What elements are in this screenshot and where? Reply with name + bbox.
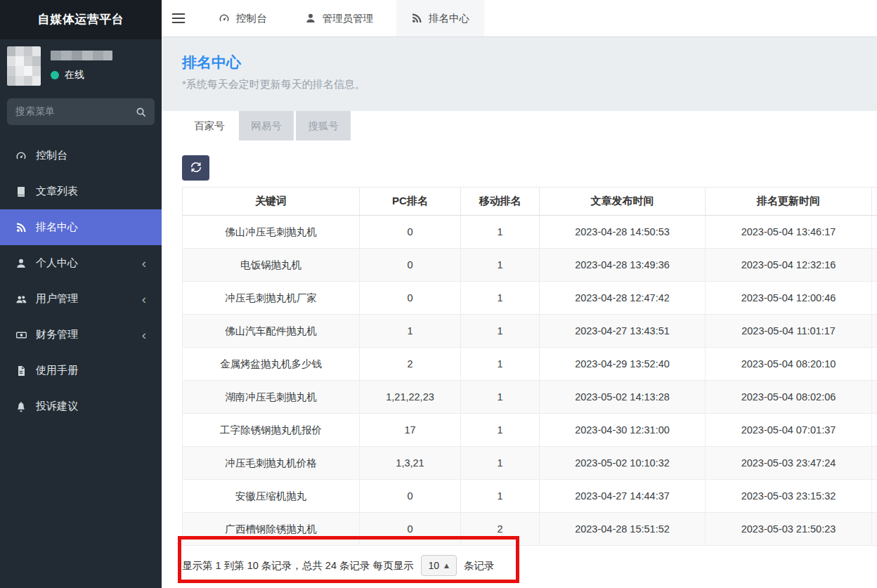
- refresh-button[interactable]: [182, 155, 209, 181]
- page-title: 排名中心: [182, 53, 877, 72]
- user-icon: [305, 13, 316, 24]
- column-header-update-time: 排名更新时间: [706, 188, 872, 216]
- sidebar-menu-item[interactable]: 用户管理 ‹: [0, 281, 162, 317]
- cell-pc-rank: 0: [360, 282, 461, 315]
- cell-mobile-rank: 1: [461, 480, 540, 513]
- cell-clipped: [872, 447, 877, 480]
- column-header-clipped: [872, 188, 877, 216]
- search-icon[interactable]: [136, 107, 146, 117]
- book-icon: [15, 186, 28, 197]
- platform-tab-label: 网易号: [251, 120, 282, 131]
- cell-pc-rank: 1,21,22,23: [360, 381, 461, 414]
- sidebar-search-input[interactable]: 搜索菜单: [7, 98, 155, 125]
- chevron-left-icon: ‹: [142, 292, 146, 306]
- cell-keyword: 冲压毛刺抛丸机价格: [183, 447, 360, 480]
- user-panel: 在线: [0, 39, 162, 90]
- cell-clipped: [872, 315, 877, 348]
- sidebar-menu-item[interactable]: 控制台 ‹: [0, 138, 162, 174]
- topnav-tab-admin-management[interactable]: 管理员管理: [290, 0, 389, 37]
- cell-pc-rank: 0: [360, 216, 461, 249]
- column-header-keyword: 关键词: [183, 188, 360, 216]
- pagination-summary-suffix: 条记录: [464, 559, 495, 573]
- card-body: 关键词 PC排名 移动排名 文章发布时间 排名更新时间 佛山冲压毛刺抛丸机: [162, 155, 877, 576]
- avatar-blurred-mosaic: [7, 46, 41, 86]
- sidebar-menu-item[interactable]: 财务管理 ‹: [0, 317, 162, 353]
- cell-clipped: [872, 348, 877, 381]
- cell-mobile-rank: 1: [461, 414, 540, 447]
- tab-card: 百家号 网易号 搜狐号 关键词: [162, 111, 877, 588]
- cell-update-time: 2023-05-04 08:02:06: [706, 381, 872, 414]
- online-status-icon: [51, 71, 59, 79]
- users-icon: [15, 294, 28, 305]
- cell-keyword: 湖南冲压毛刺抛丸机: [183, 381, 360, 414]
- table-row: 冲压毛刺抛丸机价格 1,3,21 1 2023-05-02 10:10:32 2…: [183, 447, 877, 480]
- cell-mobile-rank: 1: [461, 282, 540, 315]
- gauge-icon: [15, 150, 28, 162]
- cell-publish-time: 2023-04-28 12:47:42: [540, 282, 706, 315]
- table-row: 佛山汽车配件抛丸机 1 1 2023-04-27 13:43:51 2023-0…: [183, 315, 877, 348]
- cell-keyword: 安徽压缩机抛丸: [183, 480, 360, 513]
- sidebar-menu-item[interactable]: 文章列表 ‹: [0, 174, 162, 209]
- platform-tab[interactable]: 搜狐号: [296, 111, 351, 141]
- sidebar-menu-item-label: 排名中心: [36, 221, 78, 234]
- cell-mobile-rank: 2: [461, 513, 540, 546]
- refresh-icon: [190, 162, 202, 175]
- column-header-publish-time: 文章发布时间: [540, 188, 706, 216]
- cell-update-time: 2023-05-03 23:47:24: [706, 447, 872, 480]
- cell-pc-rank: 0: [360, 513, 461, 546]
- cell-publish-time: 2023-04-28 13:49:36: [540, 249, 706, 282]
- sidebar-menu-item-label: 投诉建议: [36, 400, 78, 413]
- table-row: 冲压毛刺抛丸机厂家 0 1 2023-04-28 12:47:42 2023-0…: [183, 282, 877, 315]
- sidebar-menu-item-label: 使用手册: [36, 364, 78, 377]
- platform-tab[interactable]: 网易号: [239, 111, 294, 141]
- platform-tab-label: 搜狐号: [308, 120, 339, 131]
- cell-pc-rank: 1: [360, 315, 461, 348]
- username-blurred: [51, 51, 112, 60]
- cell-clipped: [872, 282, 877, 315]
- cell-pc-rank: 2: [360, 348, 461, 381]
- cell-keyword: 金属烤盆抛丸机多少钱: [183, 348, 360, 381]
- sidebar-menu-item[interactable]: 使用手册 ‹: [0, 353, 162, 388]
- table-row: 安徽压缩机抛丸 0 1 2023-04-27 14:44:37 2023-05-…: [183, 480, 877, 513]
- cell-update-time: 2023-05-03 21:50:23: [706, 513, 872, 546]
- table-row: 金属烤盆抛丸机多少钱 2 1 2023-04-29 13:52:40 2023-…: [183, 348, 877, 381]
- sidebar-menu-item-label: 用户管理: [36, 292, 78, 306]
- sidebar-search-placeholder: 搜索菜单: [15, 105, 136, 118]
- sidebar-menu: 控制台 ‹ 文章列表 ‹ 排名中心 ‹ 个人中心 ‹: [0, 138, 162, 424]
- cell-mobile-rank: 1: [461, 348, 540, 381]
- cell-keyword: 冲压毛刺抛丸机厂家: [183, 282, 360, 315]
- cell-clipped: [872, 381, 877, 414]
- bell-icon: [15, 401, 28, 412]
- caret-up-icon: ▲: [444, 563, 449, 569]
- cell-publish-time: 2023-04-27 13:43:51: [540, 315, 706, 348]
- cell-update-time: 2023-05-04 11:01:17: [706, 315, 872, 348]
- gauge-icon: [219, 13, 230, 24]
- sidebar-menu-item-label: 财务管理: [36, 328, 78, 341]
- sidebar: 自媒体运营平台: [0, 0, 162, 588]
- table-row: 电饭锅抛丸机 0 1 2023-04-28 13:49:36 2023-05-0…: [183, 249, 877, 282]
- platform-tab[interactable]: 百家号: [182, 111, 237, 141]
- sidebar-menu-item[interactable]: 个人中心 ‹: [0, 245, 162, 281]
- cell-clipped: [872, 513, 877, 546]
- table-header-row: 关键词 PC排名 移动排名 文章发布时间 排名更新时间: [183, 188, 877, 216]
- topnav-tab-dashboard[interactable]: 控制台: [204, 0, 282, 37]
- platform-tab-label: 百家号: [194, 120, 225, 131]
- cell-pc-rank: 0: [360, 480, 461, 513]
- cell-mobile-rank: 1: [461, 216, 540, 249]
- page-size-dropdown[interactable]: 10 ▲: [421, 555, 457, 576]
- cell-publish-time: 2023-04-29 13:52:40: [540, 348, 706, 381]
- column-header-pc-rank: PC排名: [360, 188, 461, 216]
- hamburger-menu-icon[interactable]: [162, 0, 195, 37]
- page-header: 排名中心 *系统每天会定时更新每天的排名信息。: [162, 37, 877, 111]
- sidebar-menu-item-label: 个人中心: [36, 256, 78, 270]
- cell-publish-time: 2023-04-28 15:51:52: [540, 513, 706, 546]
- rss-icon: [15, 222, 28, 233]
- table-row: 湖南冲压毛刺抛丸机 1,21,22,23 1 2023-05-02 14:13:…: [183, 381, 877, 414]
- cell-update-time: 2023-05-04 08:20:10: [706, 348, 872, 381]
- top-navbar: 控制台 管理员管理 排名中心: [162, 0, 877, 37]
- chevron-left-icon: ‹: [142, 328, 146, 341]
- sidebar-menu-item[interactable]: 投诉建议 ‹: [0, 388, 162, 424]
- table-row: 佛山冲压毛刺抛丸机 0 1 2023-04-28 14:50:53 2023-0…: [183, 216, 877, 249]
- sidebar-menu-item[interactable]: 排名中心 ‹: [0, 209, 162, 245]
- topnav-tab-ranking-center[interactable]: 排名中心: [396, 0, 484, 37]
